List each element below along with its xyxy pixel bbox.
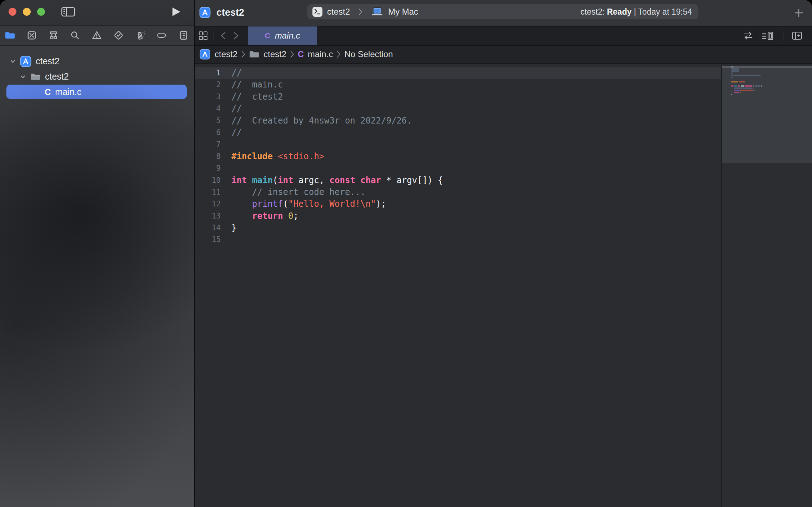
project-navigator-icon[interactable] (5, 30, 15, 41)
report-navigator-icon[interactable] (178, 30, 189, 41)
jumpbar-item-main.c[interactable]: Cmain.c (298, 49, 333, 59)
code-line-9[interactable]: 9 (195, 162, 721, 174)
go-back-icon[interactable] (219, 30, 227, 41)
tab-main.c[interactable]: Cmain.c (248, 26, 317, 45)
folder-icon (30, 72, 41, 81)
code-line-2[interactable]: 2// main.c (195, 79, 721, 91)
code-line-10[interactable]: 10int main(int argc, const char * argv[]… (195, 175, 721, 186)
folder-icon (249, 50, 260, 59)
code-text[interactable]: #include <stdio.h> (221, 151, 324, 162)
editor-options-icon[interactable] (761, 30, 775, 41)
line-number[interactable]: 7 (195, 139, 221, 150)
line-number[interactable]: 2 (195, 79, 221, 91)
code-line-4[interactable]: 4// (195, 103, 721, 115)
debug-navigator-icon[interactable] (135, 30, 146, 41)
add-editor-icon[interactable] (791, 30, 803, 41)
breakpoint-navigator-icon[interactable] (156, 30, 167, 41)
minimize-window-button[interactable] (23, 8, 31, 16)
minimap[interactable] (721, 66, 812, 507)
token: argc, (293, 175, 329, 185)
code-text[interactable] (221, 234, 231, 246)
line-number[interactable]: 11 (195, 186, 221, 198)
go-forward-icon[interactable] (232, 30, 240, 41)
code-line-15[interactable]: 15 (195, 234, 721, 246)
line-number[interactable]: 4 (195, 103, 221, 115)
code-line-5[interactable]: 5// Created by 4nsw3r on 2022/9/26. (195, 115, 721, 127)
chevron-right-icon (290, 50, 294, 59)
code-text[interactable]: } (221, 222, 236, 234)
tab-bar: Cmain.c (195, 26, 812, 46)
activity-scheme-bar[interactable]: ctest2 My Mac ctest2: Ready | Today at 1… (307, 4, 698, 19)
line-number[interactable]: 9 (195, 162, 221, 174)
code-text[interactable]: return 0; (221, 210, 299, 222)
code-line-6[interactable]: 6// (195, 127, 721, 139)
code-text[interactable]: // (221, 103, 242, 115)
code-line-13[interactable]: 13 return 0; (195, 210, 721, 222)
token (273, 151, 278, 161)
screen: ctest2ctest2Cmain.c ctest2 ctest2 (0, 0, 812, 507)
disclosure-chevron-icon[interactable] (9, 57, 17, 66)
line-number[interactable]: 12 (195, 198, 221, 210)
code-text[interactable] (221, 162, 231, 174)
toggle-sidebar-icon[interactable] (61, 6, 75, 17)
line-number[interactable]: 3 (195, 91, 221, 103)
token: const (330, 175, 355, 185)
token (231, 211, 252, 221)
library-add-button[interactable] (793, 7, 804, 18)
symbol-navigator-icon[interactable] (48, 30, 59, 41)
test-navigator-icon[interactable] (113, 30, 124, 41)
scheme-selector[interactable]: ctest2 My Mac (307, 7, 418, 17)
code-editor-surface[interactable]: 1//2// main.c3// ctest24//5// Created by… (195, 66, 721, 507)
tree-row-main.c[interactable]: Cmain.c (0, 84, 194, 100)
zoom-window-button[interactable] (37, 8, 45, 16)
code-review-arrows-icon[interactable] (743, 31, 753, 41)
source-control-navigator-icon[interactable] (26, 30, 37, 41)
code-line-7[interactable]: 7 (195, 139, 721, 150)
code-text[interactable]: // insert code here... (221, 186, 366, 198)
disclosure-chevron-icon[interactable] (19, 72, 27, 81)
scheme-destination-label: My Mac (388, 7, 418, 17)
code-text[interactable]: printf("Hello, World!\n"); (221, 198, 386, 210)
toolbar-separator (214, 31, 214, 41)
jumpbar-item-no-selection[interactable]: No Selection (344, 49, 393, 59)
code-text[interactable]: // (221, 67, 242, 79)
code-text[interactable]: // Created by 4nsw3r on 2022/9/26. (221, 115, 412, 127)
code-line-1[interactable]: 1// (195, 67, 721, 79)
jumpbar-label: ctest2 (215, 49, 237, 59)
line-number[interactable]: 13 (195, 210, 221, 222)
line-number[interactable]: 1 (195, 67, 221, 79)
token (247, 175, 252, 185)
line-number[interactable]: 10 (195, 175, 221, 186)
minimap-line-mark (731, 66, 733, 67)
tree-row-ctest2[interactable]: ctest2 (0, 54, 194, 69)
minimap-current-line-highlight (722, 66, 812, 68)
jumpbar-item-ctest2[interactable]: ctest2 (249, 49, 286, 59)
related-items-grid-icon[interactable] (198, 30, 209, 41)
jumpbar-item-ctest2[interactable]: ctest2 (199, 49, 237, 60)
activity-status[interactable]: ctest2: Ready | Today at 19:54 (581, 7, 698, 17)
code-line-3[interactable]: 3// ctest2 (195, 91, 721, 103)
code-line-12[interactable]: 12 printf("Hello, World!\n"); (195, 198, 721, 210)
code-line-14[interactable]: 14} (195, 222, 721, 234)
find-navigator-icon[interactable] (70, 30, 80, 41)
line-number[interactable]: 6 (195, 127, 221, 139)
jumpbar-label: main.c (308, 49, 333, 59)
scheme-target-label: ctest2 (327, 7, 350, 17)
issue-navigator-icon[interactable] (91, 30, 102, 41)
close-window-button[interactable] (9, 8, 16, 16)
code-line-8[interactable]: 8#include <stdio.h> (195, 151, 721, 162)
code-text[interactable]: // (221, 127, 242, 139)
run-button[interactable] (171, 6, 181, 17)
code-text[interactable]: // ctest2 (221, 91, 283, 103)
tree-row-ctest2[interactable]: ctest2 (0, 69, 194, 84)
code-text[interactable]: int main(int argc, const char * argv[]) … (221, 175, 443, 186)
line-number[interactable]: 8 (195, 151, 221, 162)
minimap-line-mark (755, 90, 755, 91)
line-number[interactable]: 14 (195, 222, 221, 234)
code-line-11[interactable]: 11 // insert code here... (195, 186, 721, 198)
line-number[interactable]: 15 (195, 234, 221, 246)
code-text[interactable] (221, 139, 231, 150)
code-text[interactable]: // main.c (221, 79, 283, 91)
minimap-line-mark (731, 77, 733, 78)
line-number[interactable]: 5 (195, 115, 221, 127)
